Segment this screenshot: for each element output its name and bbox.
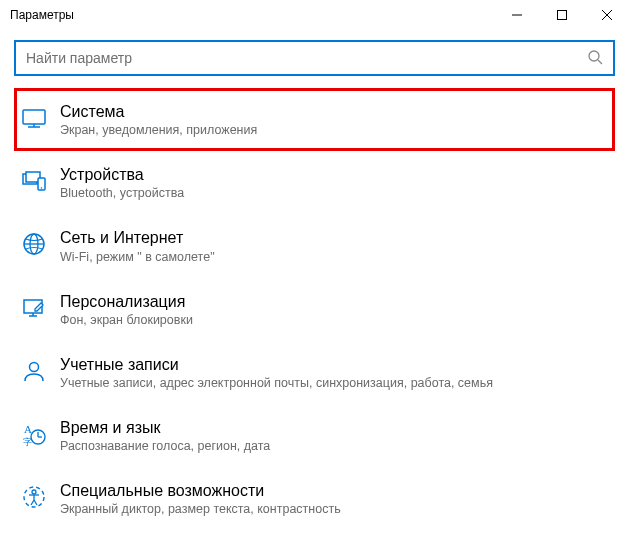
minimize-icon <box>512 10 522 20</box>
settings-item-time-language[interactable]: A字 Время и язык Распознавание голоса, ре… <box>14 404 615 467</box>
window-controls <box>494 0 629 30</box>
svg-line-5 <box>598 60 602 64</box>
close-icon <box>602 10 612 20</box>
settings-item-title: Система <box>60 102 257 121</box>
settings-item-subtitle: Wi-Fi, режим " в самолете" <box>60 250 215 264</box>
settings-item-subtitle: Bluetooth, устройства <box>60 186 184 200</box>
close-button[interactable] <box>584 0 629 30</box>
devices-icon <box>20 167 48 195</box>
settings-item-system[interactable]: Система Экран, уведомления, приложения <box>14 88 615 151</box>
settings-item-accounts[interactable]: Учетные записи Учетные записи, адрес эле… <box>14 341 615 404</box>
time-language-icon: A字 <box>20 420 48 448</box>
settings-item-text: Время и язык Распознавание голоса, регио… <box>60 418 270 453</box>
svg-text:字: 字 <box>23 437 32 447</box>
titlebar: Параметры <box>0 0 629 30</box>
settings-item-personalization[interactable]: Персонализация Фон, экран блокировки <box>14 278 615 341</box>
svg-line-30 <box>34 500 37 505</box>
maximize-button[interactable] <box>539 0 584 30</box>
settings-item-subtitle: Распознавание голоса, регион, дата <box>60 439 270 453</box>
svg-point-26 <box>32 490 36 494</box>
settings-item-title: Персонализация <box>60 292 193 311</box>
settings-item-title: Сеть и Интернет <box>60 228 215 247</box>
svg-text:A: A <box>24 423 32 435</box>
search-input[interactable] <box>26 50 587 66</box>
settings-item-title: Время и язык <box>60 418 270 437</box>
search-box[interactable] <box>14 40 615 76</box>
settings-item-text: Сеть и Интернет Wi-Fi, режим " в самолет… <box>60 228 215 263</box>
svg-rect-6 <box>23 110 45 124</box>
settings-item-text: Специальные возможности Экранный диктор,… <box>60 481 341 516</box>
svg-point-12 <box>41 187 43 189</box>
monitor-icon <box>20 104 48 132</box>
settings-item-ease-of-access[interactable]: Специальные возможности Экранный диктор,… <box>14 467 615 530</box>
content-area: Система Экран, уведомления, приложения У… <box>0 30 629 530</box>
search-icon <box>587 49 603 68</box>
svg-point-19 <box>30 362 39 371</box>
settings-item-text: Устройства Bluetooth, устройства <box>60 165 184 200</box>
settings-item-subtitle: Экранный диктор, размер текста, контраст… <box>60 502 341 516</box>
settings-item-devices[interactable]: Устройства Bluetooth, устройства <box>14 151 615 214</box>
globe-icon <box>20 230 48 258</box>
settings-item-title: Специальные возможности <box>60 481 341 500</box>
svg-point-4 <box>589 51 599 61</box>
settings-item-text: Учетные записи Учетные записи, адрес эле… <box>60 355 493 390</box>
maximize-icon <box>557 10 567 20</box>
settings-item-text: Персонализация Фон, экран блокировки <box>60 292 193 327</box>
settings-item-title: Учетные записи <box>60 355 493 374</box>
window-title: Параметры <box>10 8 74 22</box>
ease-of-access-icon <box>20 483 48 511</box>
settings-item-subtitle: Экран, уведомления, приложения <box>60 123 257 137</box>
svg-rect-1 <box>557 11 566 20</box>
settings-item-text: Система Экран, уведомления, приложения <box>60 102 257 137</box>
minimize-button[interactable] <box>494 0 539 30</box>
account-icon <box>20 357 48 385</box>
settings-item-subtitle: Учетные записи, адрес электронной почты,… <box>60 376 493 390</box>
settings-item-title: Устройства <box>60 165 184 184</box>
svg-line-29 <box>31 500 34 505</box>
personalize-icon <box>20 294 48 322</box>
settings-list: Система Экран, уведомления, приложения У… <box>14 88 615 530</box>
settings-item-subtitle: Фон, экран блокировки <box>60 313 193 327</box>
settings-item-network[interactable]: Сеть и Интернет Wi-Fi, режим " в самолет… <box>14 214 615 277</box>
